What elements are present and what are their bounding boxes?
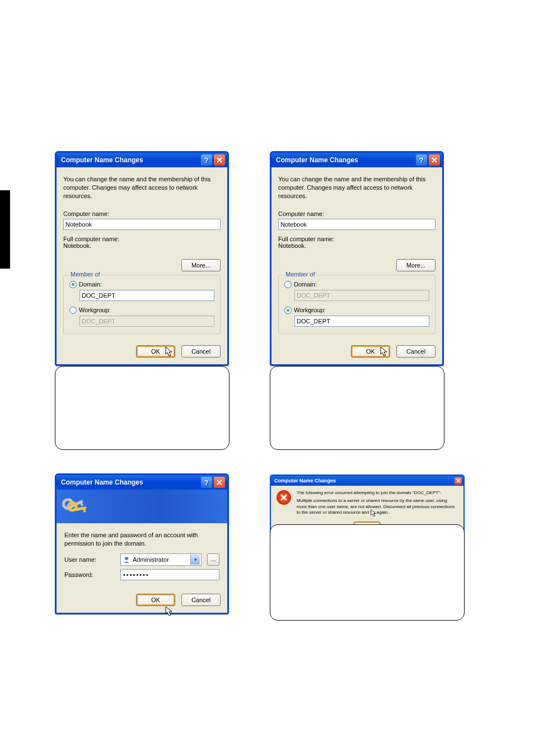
workgroup-radio-label: Workgroup: <box>294 307 326 313</box>
workgroup-radio-label: Workgroup: <box>79 307 111 313</box>
workgroup-radio[interactable] <box>284 307 292 314</box>
cursor-icon <box>371 509 377 518</box>
domain-input <box>294 290 429 301</box>
more-button[interactable]: More... <box>396 259 435 271</box>
user-icon <box>123 556 130 564</box>
svg-text:?: ? <box>204 479 208 486</box>
title-text: Computer Name Changes <box>61 478 201 486</box>
titlebar[interactable]: Computer Name Changes ? <box>271 153 442 167</box>
chevron-down-icon[interactable]: ▾ <box>190 555 200 565</box>
dialog-computer-name-b: Computer Name Changes ? You can change t… <box>270 151 444 366</box>
credentials-banner <box>57 490 227 523</box>
titlebar[interactable]: Computer Name Changes <box>271 476 463 486</box>
title-text: Computer Name Changes <box>274 478 455 483</box>
keys-icon <box>62 493 90 521</box>
svg-text:?: ? <box>419 157 423 163</box>
computer-name-label: Computer name: <box>63 210 221 217</box>
computer-name-input[interactable] <box>63 219 221 230</box>
domain-radio-label: Domain: <box>79 281 102 288</box>
full-name-value: Notebook. <box>63 242 221 249</box>
close-button[interactable] <box>429 154 440 166</box>
svg-text:?: ? <box>204 157 208 163</box>
error-line-2: Multiple connections to a server or shar… <box>297 498 458 515</box>
memberof-group: Member of Domain: Workgroup: <box>278 275 435 334</box>
memberof-legend: Member of <box>283 271 317 278</box>
username-combo[interactable]: Administrator ▾ <box>120 553 202 566</box>
help-button[interactable]: ? <box>201 477 212 488</box>
error-line-1: The following error occurred attempting … <box>297 490 458 496</box>
cursor-icon <box>165 346 174 358</box>
placeholder-box <box>55 366 229 450</box>
cursor-icon <box>380 346 389 358</box>
title-text: Computer Name Changes <box>61 156 201 164</box>
help-button[interactable]: ? <box>416 154 427 166</box>
description-text: You can change the name and the membersh… <box>63 175 221 200</box>
password-input[interactable] <box>120 569 219 580</box>
domain-radio[interactable] <box>69 281 77 288</box>
domain-radio[interactable] <box>284 281 292 288</box>
help-button[interactable]: ? <box>201 154 212 166</box>
close-button[interactable] <box>214 477 225 488</box>
more-button[interactable]: More... <box>181 259 221 271</box>
placeholder-box <box>270 366 444 450</box>
memberof-legend: Member of <box>68 271 102 278</box>
cursor-icon <box>165 606 174 617</box>
computer-name-input[interactable] <box>278 219 435 230</box>
titlebar[interactable]: Computer Name Changes ? <box>57 153 227 167</box>
full-name-value: Notebook. <box>278 242 435 249</box>
close-button[interactable] <box>455 477 462 485</box>
cancel-button[interactable]: Cancel <box>181 345 221 358</box>
description-text: You can change the name and the membersh… <box>278 175 435 200</box>
username-value: Administrator <box>133 556 188 563</box>
password-label: Password: <box>64 571 115 578</box>
error-icon <box>277 490 291 505</box>
cancel-button[interactable]: Cancel <box>181 594 221 606</box>
workgroup-input <box>79 316 214 327</box>
username-label: User name: <box>64 556 115 563</box>
memberof-group: Member of Domain: Workgroup: <box>63 275 221 334</box>
credentials-prompt: Enter the name and password of an accoun… <box>64 531 219 548</box>
full-name-label: Full computer name: <box>278 236 435 242</box>
side-black-tab <box>0 190 10 269</box>
ok-button[interactable]: OK <box>136 594 175 606</box>
domain-radio-label: Domain: <box>294 281 317 288</box>
dialog-computer-name-a: Computer Name Changes ? You can change t… <box>55 151 229 366</box>
workgroup-input[interactable] <box>294 316 429 327</box>
full-name-label: Full computer name: <box>63 236 221 242</box>
titlebar[interactable]: Computer Name Changes ? <box>57 475 227 490</box>
svg-point-9 <box>125 557 128 560</box>
computer-name-label: Computer name: <box>278 210 435 217</box>
domain-input[interactable] <box>79 290 214 301</box>
placeholder-box <box>270 524 465 621</box>
workgroup-radio[interactable] <box>69 307 77 314</box>
svg-rect-8 <box>83 509 86 513</box>
title-text: Computer Name Changes <box>276 156 416 164</box>
cancel-button[interactable]: Cancel <box>396 345 435 358</box>
browse-button[interactable]: ... <box>207 553 219 566</box>
dialog-credentials: Computer Name Changes ? Enter the nam <box>55 473 229 614</box>
close-button[interactable] <box>214 154 225 166</box>
